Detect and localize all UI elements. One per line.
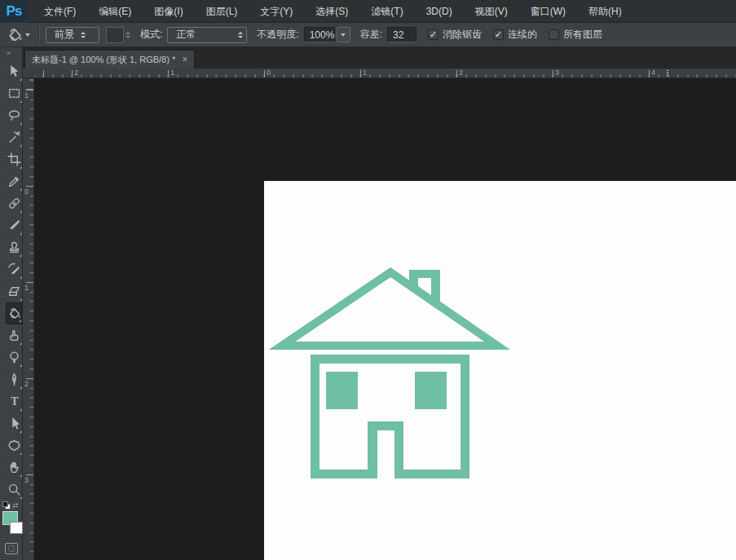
tool-options-bar: 前景 模式: 正常 不透明度: 100% 容差: 32 ✓ 消除锯齿 ✓ 连续的: [0, 23, 736, 47]
magic-wand-icon: [7, 130, 21, 144]
brush-icon: [7, 218, 21, 232]
all-layers-option[interactable]: 所有图层: [549, 28, 602, 42]
eraser-icon: [7, 284, 21, 298]
menu-window[interactable]: 窗口(W): [519, 0, 577, 23]
ruler-corner[interactable]: [23, 68, 34, 78]
marquee-icon: [7, 86, 21, 100]
ruler-number: 2: [74, 68, 78, 77]
menu-layer[interactable]: 图层(L): [195, 0, 249, 23]
ruler-number: 1: [24, 284, 29, 292]
clone-stamp-icon: [7, 240, 21, 254]
menu-bar: Ps 文件(F) 编辑(E) 图像(I) 图层(L) 文字(Y) 选择(S) 滤…: [0, 0, 736, 23]
tool-lasso[interactable]: [6, 104, 23, 126]
menu-filter[interactable]: 滤镜(T): [359, 0, 414, 23]
ruler-number: 2: [459, 68, 463, 77]
tool-dodge[interactable]: [6, 346, 23, 368]
tool-eraser[interactable]: [6, 280, 23, 302]
type-icon: T: [7, 395, 21, 408]
house-window-left: [326, 372, 358, 409]
ruler-number: 3: [555, 68, 559, 77]
pattern-swatch[interactable]: [106, 27, 124, 43]
menu-edit[interactable]: 编辑(E): [87, 0, 143, 23]
menu-file[interactable]: 文件(F): [33, 0, 87, 23]
smudge-finger-icon: [7, 329, 21, 342]
menu-view[interactable]: 视图(V): [464, 0, 519, 23]
ruler-number: 1: [170, 68, 174, 77]
healing-brush-icon: [7, 196, 21, 210]
ruler-guide-marker: [667, 68, 668, 78]
menu-help[interactable]: 帮助(H): [577, 0, 633, 23]
tool-type[interactable]: T: [6, 390, 23, 412]
anti-alias-label: 消除锯齿: [443, 28, 482, 42]
tool-hand[interactable]: [6, 456, 23, 478]
svg-text:T: T: [11, 395, 18, 408]
tool-pen[interactable]: [6, 368, 23, 390]
quick-mask-icon: [8, 545, 15, 552]
tool-move[interactable]: [6, 60, 23, 82]
ruler-number: 4: [651, 68, 655, 77]
mode-label: 模式:: [140, 28, 162, 42]
tool-preset-picker[interactable]: [0, 27, 33, 43]
tool-zoom[interactable]: [6, 478, 23, 500]
default-colors-icon[interactable]: [2, 501, 11, 509]
ruler-number: 2: [24, 380, 29, 388]
history-brush-icon: [7, 262, 21, 276]
tool-clone-stamp[interactable]: [6, 236, 23, 258]
tool-eyedropper[interactable]: [6, 170, 23, 192]
tool-history-brush[interactable]: [6, 258, 23, 280]
contiguous-option[interactable]: ✓ 连续的: [493, 28, 537, 42]
tool-custom-shape[interactable]: [6, 434, 23, 456]
anti-alias-checkbox[interactable]: ✓: [428, 29, 439, 40]
tool-healing-brush[interactable]: [6, 192, 23, 214]
document-canvas[interactable]: [264, 181, 736, 560]
tool-paint-bucket[interactable]: [6, 302, 23, 324]
vertical-ruler[interactable]: 1 0 1 2 3: [23, 78, 34, 560]
ruler-number: 0: [267, 68, 271, 77]
contiguous-checkbox[interactable]: ✓: [493, 29, 504, 40]
all-layers-checkbox[interactable]: [549, 29, 559, 40]
document-tab[interactable]: 未标题-1 @ 100% (形状 1, RGB/8) * ×: [24, 50, 195, 68]
canvas-area[interactable]: [34, 78, 736, 560]
hand-icon: [7, 461, 21, 474]
ruler-major-ticks: [34, 70, 736, 77]
caret-down-icon: [341, 33, 346, 37]
stepper-icon: [81, 32, 86, 38]
swap-colors-icon[interactable]: ⇄: [12, 501, 19, 509]
ruler-number: 0: [24, 187, 29, 196]
tolerance-value: 32: [393, 29, 403, 41]
opacity-arrow-button[interactable]: [337, 27, 350, 42]
custom-shape-icon: [7, 439, 21, 452]
collapse-panel-icon[interactable]: »: [7, 49, 10, 57]
menu-image[interactable]: 图像(I): [143, 0, 194, 23]
fill-source-dropdown[interactable]: 前景: [46, 27, 99, 43]
tool-magic-wand[interactable]: [6, 126, 23, 148]
menu-items: 文件(F) 编辑(E) 图像(I) 图层(L) 文字(Y) 选择(S) 滤镜(T…: [33, 0, 633, 23]
tool-path-selection[interactable]: [6, 412, 23, 434]
ruler-major-ticks: [26, 78, 33, 560]
paint-bucket-icon: [7, 27, 23, 43]
opacity-input[interactable]: 100%: [304, 27, 335, 42]
all-layers-label: 所有图层: [563, 28, 602, 42]
menu-select[interactable]: 选择(S): [304, 0, 359, 23]
crop-icon: [7, 152, 21, 166]
tool-brush[interactable]: [6, 214, 23, 236]
tolerance-input[interactable]: 32: [387, 27, 416, 42]
quick-mask-button[interactable]: [5, 543, 18, 554]
tool-crop[interactable]: [6, 148, 23, 170]
stepper-icon: [238, 32, 243, 38]
menu-type[interactable]: 文字(Y): [249, 0, 304, 23]
horizontal-ruler[interactable]: 2 1 0 1 2 3 4: [34, 68, 736, 78]
contiguous-label: 连续的: [508, 28, 537, 42]
tool-smudge[interactable]: [6, 324, 23, 346]
house-artwork: [264, 181, 736, 560]
menu-3d[interactable]: 3D(D): [415, 0, 464, 23]
fill-source-value: 前景: [55, 28, 74, 42]
tool-rectangular-marquee[interactable]: [6, 82, 23, 104]
mode-dropdown[interactable]: 正常: [167, 27, 247, 43]
anti-alias-option[interactable]: ✓ 消除锯齿: [428, 28, 482, 42]
dodge-icon: [7, 351, 21, 364]
tab-close-icon[interactable]: ×: [182, 54, 187, 65]
photoshop-logo: Ps: [0, 0, 28, 23]
background-color-swatch[interactable]: [10, 522, 23, 534]
photoshop-window: Ps 文件(F) 编辑(E) 图像(I) 图层(L) 文字(Y) 选择(S) 滤…: [0, 0, 736, 560]
